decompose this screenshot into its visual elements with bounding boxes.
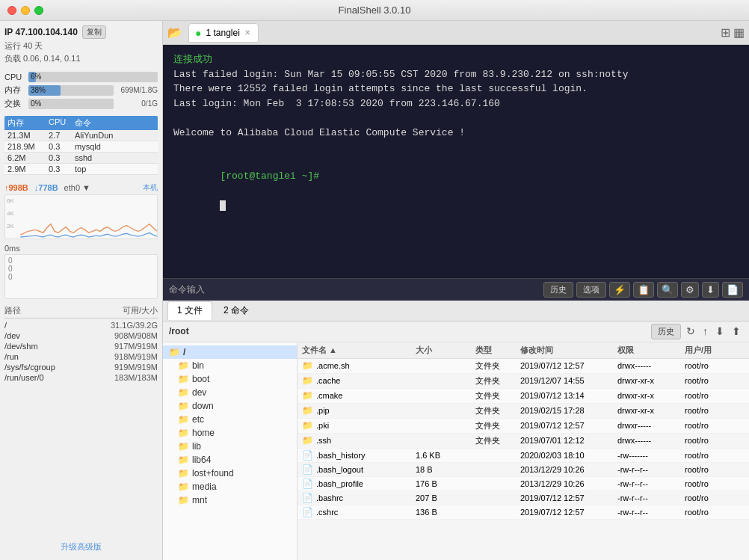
fl-header-time[interactable]: 修改时间 [520, 345, 617, 356]
fl-time-bash-profile: 2013/12/29 10:26 [520, 479, 617, 488]
fl-name-pip: .pip [316, 406, 330, 415]
fb-tree-item-etc[interactable]: 📁 etc [163, 413, 297, 426]
settings-icon-btn[interactable]: ⚙ [681, 282, 699, 298]
upgrade-button[interactable]: 升级高级版 [4, 538, 158, 556]
fl-perm-bash-history: -rw------- [617, 451, 685, 460]
fb-download-icon[interactable]: ⬇ [713, 324, 727, 339]
proc-row-mysql[interactable]: 218.9M 0.3 mysqld [4, 141, 158, 153]
file-icon: 📄 [302, 450, 313, 461]
fl-row-pip[interactable]: 📁.pip 文件夹 2019/02/15 17:28 drwxr-xr-x ro… [298, 404, 749, 419]
history-button[interactable]: 历史 [543, 282, 573, 298]
network-chart: 6K 4K 2K [4, 194, 158, 239]
fl-header: 文件名 ▲ 大小 类型 修改时间 权限 用户/用 [298, 342, 749, 359]
fb-tree-item-mnt[interactable]: 📁 mnt [163, 493, 297, 507]
proc-mem-1: 21.3M [7, 131, 49, 140]
fl-row-bashrc[interactable]: 📄.bashrc 207 B 2019/07/12 12:57 -rw-r--r… [298, 491, 749, 505]
close-button[interactable] [7, 6, 16, 15]
fb-tree-item-dev[interactable]: 📁 dev [163, 386, 297, 399]
disk-path-1: / [4, 321, 111, 330]
terminal-area[interactable]: 连接成功 Last failed login: Sun Mar 15 09:05… [163, 45, 749, 278]
fl-name-ssh: .ssh [316, 436, 331, 445]
fl-time-ssh: 2019/07/01 12:12 [520, 436, 617, 445]
fl-row-bash-profile[interactable]: 📄.bash_profile 176 B 2013/12/29 10:26 -r… [298, 477, 749, 491]
disk-row-devshm[interactable]: /dev/shm 917M/919M [4, 341, 158, 351]
fm-tab-commands[interactable]: 2 命令 [214, 301, 259, 320]
fb-tree-label-etc: etc [192, 414, 204, 425]
fb-tree-item-root[interactable]: 📁 / [163, 345, 297, 359]
fb-history-button[interactable]: 历史 [651, 324, 681, 339]
main-container: IP 47.100.104.140 复制 运行 40 天 负载 0.06, 0.… [0, 21, 749, 560]
fb-tree-item-media[interactable]: 📁 media [163, 480, 297, 493]
maximize-button[interactable] [34, 6, 43, 15]
tab-tanglei[interactable]: ● 1 tanglei ✕ [188, 23, 259, 43]
term-line-blank2 [173, 140, 739, 155]
fl-type-acme: 文件夹 [475, 360, 520, 372]
swap-right: 0/1G [117, 99, 158, 108]
fb-body: 📁 / 📁 bin 📁 boot 📁 dev 📁 down [163, 342, 749, 561]
fl-header-user[interactable]: 用户/用 [685, 345, 745, 356]
lightning-icon-btn[interactable]: ⚡ [609, 282, 630, 298]
fl-row-cshrc[interactable]: 📄.cshrc 136 B 2019/07/12 12:57 -rw-r--r-… [298, 505, 749, 520]
fl-header-name[interactable]: 文件名 ▲ [302, 345, 416, 356]
disk-usage-2: 908M/908M [114, 331, 158, 340]
fl-header-perm[interactable]: 权限 [617, 345, 685, 356]
disk-row-run[interactable]: /run 918M/919M [4, 351, 158, 362]
proc-name-3: sshd [75, 153, 155, 162]
fl-user-ssh: root/ro [685, 436, 745, 445]
fl-row-pki[interactable]: 📁.pki 文件夹 2019/07/12 12:57 drwxr----- ro… [298, 419, 749, 434]
fl-name-bash-logout: .bash_logout [316, 465, 363, 474]
fb-upload-icon[interactable]: ⬆ [730, 324, 743, 339]
clipboard-icon-btn[interactable]: 📋 [633, 282, 654, 298]
fl-header-type[interactable]: 类型 [475, 345, 520, 356]
local-btn[interactable]: 本机 [143, 182, 158, 193]
proc-row-aliyun[interactable]: 21.3M 2.7 AliYunDun [4, 130, 158, 141]
fl-time-cache: 2019/12/07 14:55 [520, 376, 617, 385]
fb-tree-item-lost[interactable]: 📁 lost+found [163, 467, 297, 480]
download-icon-btn[interactable]: ⬇ [702, 282, 719, 298]
fl-row-cmake[interactable]: 📁.cmake 文件夹 2019/07/12 13:14 drwxr-xr-x … [298, 389, 749, 404]
fb-tree-item-lib64[interactable]: 📁 lib64 [163, 453, 297, 467]
fb-refresh-icon[interactable]: ↻ [684, 324, 697, 339]
fl-row-cache[interactable]: 📁.cache 文件夹 2019/12/07 14:55 drwxr-xr-x … [298, 374, 749, 389]
options-button[interactable]: 选项 [576, 282, 606, 298]
fl-perm-ssh: drwx------ [617, 436, 685, 445]
term-line-1: 连接成功 [173, 52, 739, 67]
fb-tree-item-boot[interactable]: 📁 boot [163, 372, 297, 386]
search-icon-btn[interactable]: 🔍 [657, 282, 678, 298]
fl-time-acme: 2019/07/12 12:57 [520, 361, 617, 370]
disk-row-dev[interactable]: /dev 908M/908M [4, 330, 158, 341]
fl-name-cache: .cache [316, 376, 340, 385]
fb-tree-item-home[interactable]: 📁 home [163, 426, 297, 440]
copy-ip-button[interactable]: 复制 [82, 25, 106, 39]
fb-tree-item-down[interactable]: 📁 down [163, 399, 297, 413]
fb-tree-item-lib[interactable]: 📁 lib [163, 440, 297, 453]
fl-header-size[interactable]: 大小 [416, 345, 475, 356]
cmd-input-field[interactable] [211, 284, 537, 295]
layout-icon[interactable]: ▦ [733, 25, 745, 40]
server-ip-row: IP 47.100.104.140 复制 [4, 25, 158, 39]
fb-up-icon[interactable]: ↑ [700, 324, 710, 339]
fl-row-acme[interactable]: 📁.acme.sh 文件夹 2019/07/12 12:57 drwx-----… [298, 359, 749, 374]
proc-row-sshd[interactable]: 6.2M 0.3 sshd [4, 153, 158, 164]
fl-row-ssh[interactable]: 📁.ssh 文件夹 2019/07/01 12:12 drwx------ ro… [298, 434, 749, 449]
disk-row-user0[interactable]: /run/user/0 183M/183M [4, 372, 158, 383]
grid-icon[interactable]: ⊞ [721, 25, 730, 40]
proc-cpu-2: 0.3 [49, 142, 75, 151]
disk-row-cgroup[interactable]: /sys/fs/cgroup 919M/919M [4, 362, 158, 372]
file-icon-btn[interactable]: 📄 [722, 282, 743, 298]
fb-tree-item-bin[interactable]: 📁 bin [163, 359, 297, 372]
fl-name-cshrc: .cshrc [316, 508, 338, 517]
fb-tree-label-lost: lost+found [192, 468, 234, 479]
disk-row-root[interactable]: / 31.1G/39.2G [4, 320, 158, 330]
fl-name-bash-profile: .bash_profile [316, 479, 363, 488]
proc-mem-3: 6.2M [7, 153, 49, 162]
fl-row-bash-history[interactable]: 📄.bash_history 1.6 KB 2020/02/03 18:10 -… [298, 449, 749, 463]
fm-tab-files[interactable]: 1 文件 [167, 301, 212, 320]
proc-row-top[interactable]: 2.9M 0.3 top [4, 164, 158, 175]
fl-row-bash-logout[interactable]: 📄.bash_logout 18 B 2013/12/29 10:26 -rw-… [298, 463, 749, 477]
fl-perm-bash-logout: -rw-r--r-- [617, 465, 685, 474]
minimize-button[interactable] [21, 6, 30, 15]
fb-filelist: 文件名 ▲ 大小 类型 修改时间 权限 用户/用 📁.acme.sh 文件夹 2… [298, 342, 749, 561]
tab-close-icon[interactable]: ✕ [244, 28, 250, 37]
fl-name-acme: .acme.sh [316, 361, 350, 370]
